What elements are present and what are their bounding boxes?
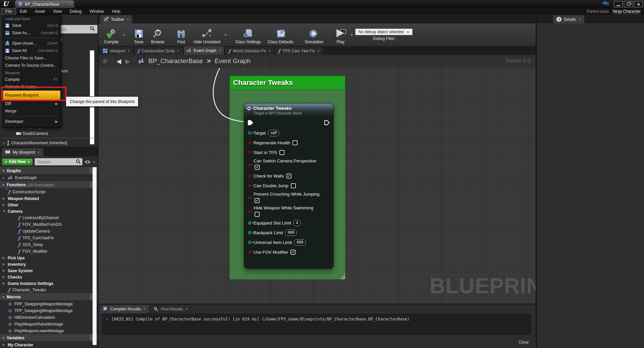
comment-header[interactable]: Character Tweaks xyxy=(229,76,345,89)
log-line[interactable]: • [0833,85] Compile of BP_CharacterBase … xyxy=(103,314,531,324)
bool-pin-icon[interactable] xyxy=(248,196,251,199)
tab-event-graph[interactable]: Event Graph × xyxy=(183,46,224,55)
tab-close-icon[interactable]: × xyxy=(38,150,40,155)
tree-item-function[interactable]: ƒADS_Sway xyxy=(0,241,98,248)
section-variables[interactable]: ▼ Variables + xyxy=(0,334,98,342)
tab-viewport[interactable]: Viewport × xyxy=(100,47,133,55)
menu-edit[interactable]: Edit xyxy=(16,8,31,14)
my-blueprint-search-input[interactable] xyxy=(35,158,83,165)
chevron-down-icon[interactable]: ▾ xyxy=(123,33,125,37)
menu-item-choose-files[interactable]: Choose Files to Save... xyxy=(3,54,60,62)
pin-row-check-for-walls[interactable]: Check for Walls xyxy=(248,172,329,180)
tree-item-function[interactable]: ƒLinetraceByChannel xyxy=(0,214,98,221)
tab-world-direction[interactable]: ƒ World Direction Fo × xyxy=(225,47,274,55)
tab-close-icon[interactable]: × xyxy=(317,49,320,53)
tree-item-macro[interactable]: ⚙PlayWeaponRaiseMontage xyxy=(0,321,98,328)
pin-row-equipped-slot-limit[interactable]: Equipped Slot Limit 4 xyxy=(248,219,329,227)
component-row-charactermovement[interactable]: ◇ CharacterMovement (Inherited) xyxy=(3,140,67,146)
tab-details[interactable]: i Details × xyxy=(553,15,585,23)
pin-row-start-in-tps[interactable]: Start in TPS xyxy=(248,149,329,156)
chevron-down-icon[interactable]: ▾ xyxy=(225,33,226,37)
menu-item-merge[interactable]: Merge xyxy=(3,107,60,115)
forward-arrow-icon[interactable]: ▶ xyxy=(125,57,130,65)
int-pin-icon[interactable] xyxy=(248,241,251,244)
pin-value[interactable]: 999 xyxy=(294,239,306,246)
exec-input-pin[interactable] xyxy=(248,120,254,126)
section-macros[interactable]: ▼ Macros + xyxy=(0,293,98,301)
bool-pin-icon[interactable] xyxy=(248,175,251,178)
find-button[interactable]: Find xyxy=(172,24,190,45)
category-game-instance-settings[interactable]: ▷Game Instance Settings xyxy=(0,280,98,287)
menu-item-diff[interactable]: Diff ▶ xyxy=(3,100,60,107)
parent-class-link[interactable]: Ninja Character xyxy=(613,9,641,14)
pin-row-can-switch-camera[interactable]: Can Switch Camera Perspective xyxy=(248,158,329,170)
menu-file[interactable]: File xyxy=(1,8,16,14)
checkbox-checked[interactable] xyxy=(255,198,260,203)
chevron-down-icon[interactable]: ▾ xyxy=(93,160,95,164)
tree-item-macro[interactable]: ⚙HitDirectionCalculation xyxy=(0,314,98,321)
menu-item-source-control[interactable]: Connect To Source Control... xyxy=(3,62,60,69)
category-save-system[interactable]: ▷Save System xyxy=(0,267,98,274)
tab-close-icon[interactable]: × xyxy=(177,49,179,53)
bool-pin-icon[interactable] xyxy=(248,141,251,144)
tab-close-icon[interactable]: × xyxy=(219,48,221,53)
int-pin-icon[interactable] xyxy=(248,231,251,234)
tab-close-icon[interactable]: × xyxy=(127,49,130,53)
tab-close-icon[interactable]: × xyxy=(268,49,271,53)
checkbox-checked[interactable] xyxy=(286,173,291,179)
object-pin-icon[interactable] xyxy=(248,132,251,135)
clear-button[interactable]: Clear xyxy=(519,340,529,345)
section-functions[interactable]: ▼ Functions (28 Overridable) + xyxy=(0,181,98,189)
category-pick-ups[interactable]: ▷Pick Ups xyxy=(0,255,98,261)
pin-row-target[interactable]: Target self xyxy=(248,129,329,137)
tutorial-cap-icon[interactable] xyxy=(601,1,609,8)
section-graphs[interactable]: ▼ Graphs + xyxy=(0,167,98,175)
tree-item-constructionscript[interactable]: ↗ƒ ConstructionScript xyxy=(0,189,98,195)
debug-object-select[interactable]: No debug object selected ▾ xyxy=(355,29,412,35)
menu-view[interactable]: View xyxy=(49,8,66,14)
tree-item-macro[interactable]: ⚙TPP_SwappingWeaponMontage xyxy=(0,307,98,314)
bool-pin-icon[interactable] xyxy=(248,251,251,254)
bool-pin-icon[interactable] xyxy=(248,210,251,213)
category-checks[interactable]: ▷Checks xyxy=(0,274,98,280)
checkbox-unchecked[interactable] xyxy=(255,212,260,217)
pin-row-use-fov-modifier[interactable]: Use FOV Modifier xyxy=(248,248,329,256)
pin-row-universal-item-limit[interactable]: Universal Item Limit 999 xyxy=(248,239,329,246)
hide-unrelated-button[interactable]: Hide Unrelated xyxy=(191,24,223,45)
event-graph-canvas[interactable]: BLUEPRINT Character Tweaks Character Twe… xyxy=(98,55,536,304)
tree-item-macro[interactable]: ⚙FPP_SwappingWeaponMontage xyxy=(0,301,98,307)
asset-tab-close-icon[interactable]: × xyxy=(69,2,71,7)
tab-close-icon[interactable]: × xyxy=(143,307,146,311)
add-new-button[interactable]: + Add New ▾ xyxy=(2,158,33,165)
pin-row-can-double-jump[interactable]: Can Double Jump xyxy=(248,182,329,189)
back-arrow-icon[interactable]: ◀ xyxy=(116,57,121,65)
pin-value[interactable]: 4 xyxy=(293,220,301,226)
restore-button[interactable] xyxy=(624,1,633,7)
menu-debug[interactable]: Debug xyxy=(66,8,86,14)
pin-row-backpack-limit[interactable]: Backpack Limit 999 xyxy=(248,229,329,236)
checkbox-checked[interactable] xyxy=(255,165,260,170)
component-row-deathcamera[interactable]: DeathCamera xyxy=(16,130,48,137)
class-settings-button[interactable]: Class Settings xyxy=(232,24,264,45)
browse-button[interactable]: Browse xyxy=(148,24,167,45)
compiler-log[interactable]: • [0833,85] Compile of BP_CharacterBase … xyxy=(102,314,531,335)
menu-item-save[interactable]: Save Ctrl+S xyxy=(3,22,60,29)
chevron-down-icon[interactable]: ▾ xyxy=(351,33,353,37)
menu-item-compile[interactable]: Compile F7 xyxy=(3,76,60,83)
bool-pin-icon[interactable] xyxy=(248,163,251,166)
tab-construction-script[interactable]: ƒ Construction Scrip × xyxy=(134,47,183,55)
checkbox-unchecked[interactable] xyxy=(291,183,296,188)
pin-row-regenerate-health[interactable]: Regenerate Health xyxy=(248,139,329,146)
tree-item-function[interactable]: ƒUpdateCamera xyxy=(0,228,98,235)
simulation-button[interactable]: Simulation xyxy=(302,24,326,45)
tab-toolbar[interactable]: Toolbar × xyxy=(100,15,132,23)
character-tweaks-node[interactable]: Character Tweaks Target is BP Character … xyxy=(244,103,334,269)
tab-my-blueprint[interactable]: My Blueprint × xyxy=(1,148,44,156)
pin-row-prevent-crouching[interactable]: Prevent Crouching While Jumping xyxy=(248,192,329,203)
tab-compiler-results[interactable]: Compiler Results × xyxy=(100,304,149,313)
tab-find-results[interactable]: Find Results × xyxy=(150,304,192,313)
bool-pin-icon[interactable] xyxy=(248,151,251,154)
tab-tps-cam-yaw-fix[interactable]: ƒ TPS Cam Yaw Fix × xyxy=(275,47,323,55)
expander-closed-icon[interactable]: ▷ xyxy=(3,177,6,180)
tree-item-character-tweaks[interactable]: ƒCharacter_Tweaks xyxy=(0,287,98,293)
